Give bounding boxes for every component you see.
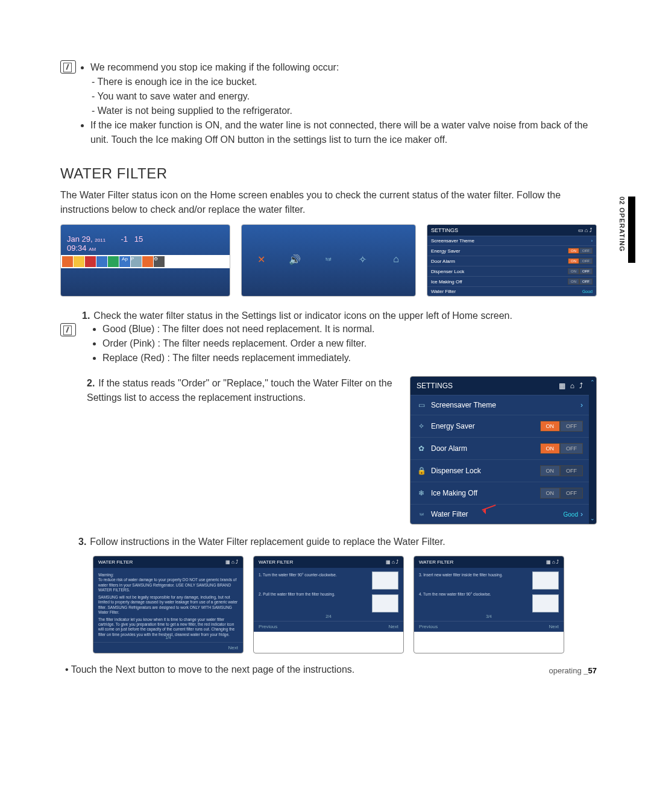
chevron-up-icon: ⌃ <box>590 379 595 385</box>
settings-row-energy[interactable]: ✧Energy SaverONOFF <box>410 415 589 437</box>
ss-row-2: Door Alarm <box>431 259 455 264</box>
water-filter-icon: ⎃ <box>417 510 426 518</box>
toggle[interactable]: ONOFF <box>540 421 583 432</box>
step-illustration <box>372 594 398 612</box>
step1-b1: Good (Blue) : The filter does not need r… <box>102 322 597 336</box>
top-dash-1: There is enough ice in the ice bucket. <box>100 75 597 89</box>
wf-card-1: WATER FILTER▦ ⌂ ⤴ Warning:To reduce risk… <box>93 556 244 653</box>
intro-text: The Water Filter status icon on the Home… <box>60 188 597 217</box>
header-tools: ▦⌂⤴ <box>554 382 583 390</box>
wf-card-title: WATER FILTER <box>259 559 293 565</box>
settings-row-ice[interactable]: ❄Ice Making OffONOFF <box>410 482 589 504</box>
settings-large-panel: SETTINGS ▦⌂⤴ ▭Screensaver Theme› ✧Energy… <box>410 376 597 524</box>
page-indicator: 1/4 <box>165 635 171 640</box>
step1-block: 1.Check the water filter status in the S… <box>82 309 597 323</box>
previous-button[interactable]: Previous <box>419 624 438 629</box>
home-app-row: ApP⚙ <box>61 255 230 268</box>
settings-small-thumbnail: SETTINGS▭ ⌂ ⤴ Screensaver Theme› Energy … <box>427 224 597 297</box>
top-bullet-2: If the ice maker function is ON, and the… <box>90 118 597 147</box>
step-illustration <box>372 571 398 590</box>
status-icons-thumbnail: ✕ 🔊 ⎃ ✧ ⌂ <box>241 224 416 297</box>
toggle[interactable]: ONOFF <box>540 465 583 476</box>
settings-row-water-filter[interactable]: ⎃Water FilterGood› <box>410 504 589 524</box>
toggle[interactable]: ONOFF <box>540 443 583 454</box>
ss-row-1: Energy Saver <box>431 248 460 254</box>
chevron-right-icon: › <box>580 401 583 409</box>
home-ampm: AM <box>89 247 96 252</box>
home-temp1: -1 <box>121 234 128 244</box>
home-screen-thumbnail: Jan 29, 2011 -1 15 09:34 AM ApP⚙ <box>60 224 230 297</box>
top-dash-3: Water is not being supplied to the refri… <box>100 104 597 118</box>
settings-row-lock[interactable]: 🔒Dispenser LockONOFF <box>410 459 589 482</box>
step-illustration <box>532 594 559 612</box>
step2-text: If the status reads "Order" or "Replace,… <box>87 378 392 403</box>
top-bullet-1: We recommend you stop ice making if the … <box>90 60 597 75</box>
wf-card-2: WATER FILTER▦ ⌂ ⤴ 1. Turn the water filt… <box>253 556 404 653</box>
page-indicator: 3/4 <box>486 614 492 618</box>
toggle[interactable]: ONOFF <box>540 488 583 499</box>
step2-block: 2.If the status reads "Order" or "Replac… <box>87 376 401 405</box>
note-icon <box>60 323 76 336</box>
door-icon: ✿ <box>417 444 426 453</box>
chevron-down-icon: ⌄ <box>590 515 595 521</box>
energy-icon: ✧ <box>356 254 369 267</box>
annotation-arrow <box>482 502 506 514</box>
page-indicator: 2/4 <box>326 614 332 618</box>
note-icon <box>60 60 76 74</box>
status-good: Good <box>564 511 578 518</box>
close-icon: ✕ <box>254 254 268 267</box>
side-tab: 02 OPERATING <box>618 197 635 263</box>
back-icon[interactable]: ⤴ <box>579 382 583 390</box>
settings-small-title: SETTINGS <box>431 227 458 233</box>
ice-icon: ❄ <box>417 489 426 497</box>
ss-row-3: Dispenser Lock <box>431 269 464 274</box>
step-illustration <box>532 571 559 590</box>
settings-row-screensaver[interactable]: ▭Screensaver Theme› <box>410 395 589 415</box>
energy-icon: ✧ <box>417 422 426 430</box>
home-date: Jan 29, <box>67 234 93 244</box>
wf-card-title: WATER FILTER <box>419 559 453 565</box>
home-temp2: 15 <box>134 234 143 244</box>
top-note-block: We recommend you stop ice making if the … <box>80 60 597 147</box>
step1-b2: Order (Pink) : The filter needs replacem… <box>102 336 597 351</box>
filter-icon: ⎃ <box>322 254 335 267</box>
wf-card-title: WATER FILTER <box>98 559 133 565</box>
section-title: WATER FILTER <box>60 165 597 182</box>
step3-text: Follow instructions in the Water Filter … <box>90 537 445 547</box>
home-icon[interactable]: ⌂ <box>570 382 574 390</box>
next-button[interactable]: Next <box>549 624 559 629</box>
grid-icon[interactable]: ▦ <box>559 382 565 390</box>
page-footer: operating _57 <box>549 666 597 675</box>
step1-b3: Replace (Red) : The filter needs replace… <box>102 351 597 365</box>
ss-row-4: Ice Making Off <box>431 279 462 285</box>
settings-row-door[interactable]: ✿Door AlarmONOFF <box>410 437 589 459</box>
chevron-right-icon: › <box>580 510 583 518</box>
ss-row-0: Screensaver Theme <box>431 238 474 244</box>
final-bullet: Touch the Next button to move to the nex… <box>75 664 597 675</box>
sound-icon: 🔊 <box>288 254 301 267</box>
big-settings-title: SETTINGS <box>417 382 453 390</box>
home-year: 2011 <box>95 238 105 243</box>
previous-button[interactable]: Previous <box>259 624 277 629</box>
next-button[interactable]: Next <box>228 645 238 650</box>
top-dash-2: You want to save water and energy. <box>100 89 597 104</box>
screensaver-icon: ▭ <box>417 401 426 409</box>
next-button[interactable]: Next <box>389 624 398 629</box>
wf-card-3: WATER FILTER▦ ⌂ ⤴ 3. Insert new water fi… <box>414 556 564 653</box>
home-icon: ⌂ <box>389 254 403 267</box>
ss-row-5: Water Filter <box>431 289 456 294</box>
lock-icon: 🔒 <box>417 467 426 475</box>
step1-text: Check the water filter status in the Set… <box>93 310 512 321</box>
home-time: 09:34 <box>67 244 87 253</box>
scrollbar[interactable]: ⌃⌄ <box>589 377 596 524</box>
